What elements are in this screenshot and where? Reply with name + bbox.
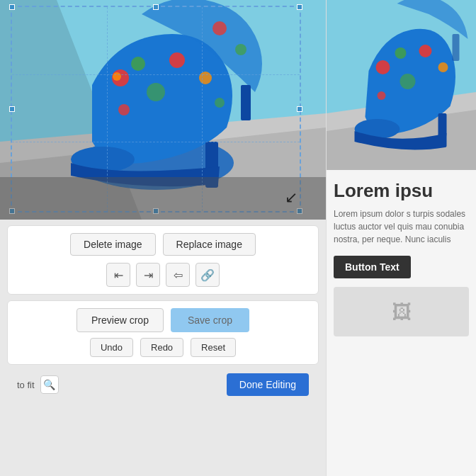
- preview-crop-button[interactable]: Preview crop: [76, 308, 164, 332]
- svg-point-6: [113, 72, 121, 81]
- crop-controls: Preview crop Save crop Undo Redo Reset: [7, 300, 319, 365]
- svg-point-23: [419, 45, 432, 57]
- undo-button[interactable]: Undo: [90, 338, 133, 357]
- zoom-icon[interactable]: 🔍: [40, 375, 59, 394]
- svg-point-16: [235, 44, 246, 55]
- preview-title: Lorem ipsu: [334, 180, 469, 202]
- align-center-icon: ⇥: [144, 268, 153, 282]
- alignment-buttons: ⇤ ⇥ ⇦ 🔗: [18, 263, 308, 287]
- image-action-buttons: Delete image Replace image: [18, 233, 308, 256]
- svg-point-21: [376, 60, 390, 74]
- zoom-controls: to fit 🔍: [17, 375, 59, 394]
- crop-action-row: Preview crop Save crop: [18, 308, 308, 332]
- svg-point-8: [169, 52, 185, 68]
- save-crop-button[interactable]: Save crop: [171, 308, 249, 332]
- history-buttons: Undo Redo Reset: [18, 338, 308, 357]
- bottom-bar: to fit 🔍 Done Editing: [7, 368, 319, 402]
- align-left-icon: ⇤: [114, 268, 123, 282]
- preview-image-area: [327, 0, 476, 170]
- align-center-button[interactable]: ⇥: [136, 263, 160, 287]
- svg-point-24: [438, 62, 448, 72]
- link-icon: 🔗: [200, 268, 215, 282]
- svg-point-11: [118, 104, 130, 115]
- redo-button[interactable]: Redo: [140, 338, 183, 357]
- image-bottom-overlay: [0, 177, 326, 220]
- placeholder-image-icon: 🖼: [392, 300, 412, 324]
- right-panel: Lorem ipsu Lorem ipsum dolor s turpis so…: [326, 0, 476, 476]
- svg-point-12: [215, 98, 225, 108]
- preview-body-text: Lorem ipsum dolor s turpis sodales luctu…: [334, 208, 469, 246]
- replace-image-button[interactable]: Replace image: [163, 233, 256, 256]
- preview-button[interactable]: Button Text: [334, 256, 411, 278]
- align-right-button[interactable]: ⇦: [166, 263, 190, 287]
- svg-point-22: [395, 47, 407, 59]
- svg-point-7: [131, 57, 145, 71]
- svg-point-15: [212, 21, 227, 35]
- left-panel: ↙ Delete image Replace image ⇤ ⇥ ⇦ 🔗 Pre…: [0, 0, 326, 476]
- preview-image-placeholder: 🖼: [334, 287, 469, 336]
- resize-cursor-icon: ↙: [285, 188, 298, 207]
- image-crop-area[interactable]: ↙: [0, 0, 326, 220]
- done-editing-button[interactable]: Done Editing: [227, 373, 309, 396]
- reset-button[interactable]: Reset: [191, 338, 236, 357]
- svg-point-26: [378, 91, 386, 100]
- preview-content: Lorem ipsu Lorem ipsum dolor s turpis so…: [327, 170, 476, 476]
- align-left-button[interactable]: ⇤: [106, 263, 130, 287]
- fit-label: to fit: [17, 380, 35, 390]
- toolbar-area: Delete image Replace image ⇤ ⇥ ⇦ 🔗: [7, 225, 319, 295]
- svg-rect-17: [241, 85, 251, 120]
- svg-point-9: [199, 72, 212, 84]
- svg-point-10: [147, 83, 165, 101]
- align-right-icon: ⇦: [174, 268, 183, 282]
- svg-rect-29: [453, 34, 460, 61]
- link-button[interactable]: 🔗: [196, 263, 220, 287]
- magnify-icon: 🔍: [43, 379, 55, 390]
- delete-image-button[interactable]: Delete image: [70, 233, 156, 256]
- svg-point-25: [400, 74, 416, 89]
